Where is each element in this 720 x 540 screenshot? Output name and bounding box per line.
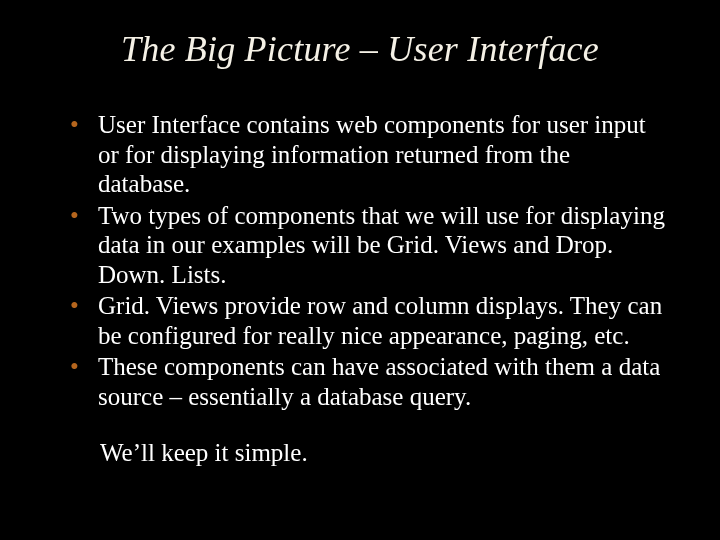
footer-text: We’ll keep it simple. [45, 439, 675, 467]
bullet-list: User Interface contains web components f… [45, 110, 675, 411]
slide: The Big Picture – User Interface User In… [0, 0, 720, 540]
list-item: Two types of components that we will use… [70, 201, 665, 290]
slide-title: The Big Picture – User Interface [45, 28, 675, 70]
bullet-text: These components can have associated wit… [98, 353, 660, 410]
list-item: Grid. Views provide row and column displ… [70, 291, 665, 350]
bullet-text: User Interface contains web components f… [98, 111, 646, 197]
list-item: These components can have associated wit… [70, 352, 665, 411]
list-item: User Interface contains web components f… [70, 110, 665, 199]
bullet-text: Grid. Views provide row and column displ… [98, 292, 662, 349]
bullet-text: Two types of components that we will use… [98, 202, 665, 288]
